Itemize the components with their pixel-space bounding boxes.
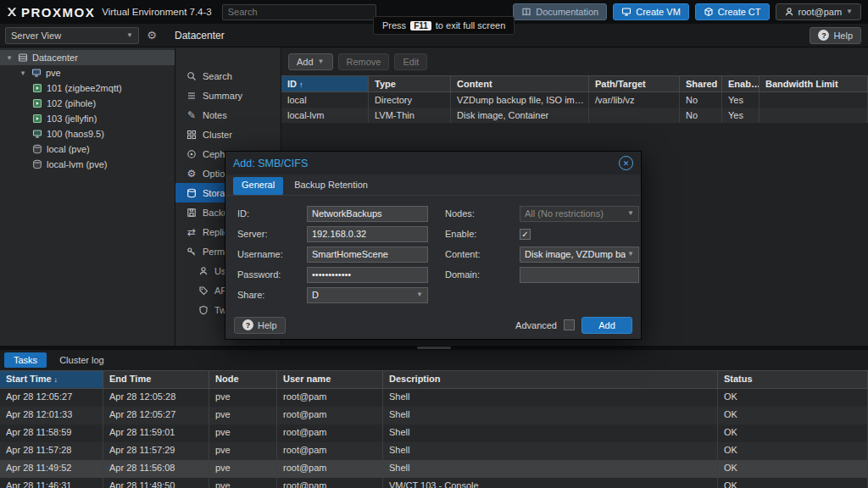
panel-splitter[interactable] [0,346,868,350]
column-header-content[interactable]: Content [451,75,589,92]
task-row[interactable]: Apr 28 11:46:31 Apr 28 11:49:50 pve root… [0,478,868,488]
share-label: Share: [237,290,307,300]
column-header-shared[interactable]: Shared [680,75,722,92]
menu-item-label: Ceph [203,149,225,159]
menu-item-cluster[interactable]: Cluster [175,125,281,144]
search-input[interactable] [222,4,376,20]
domain-field[interactable] [520,267,639,283]
create-vm-label: Create VM [636,7,681,17]
task-row[interactable]: Apr 28 12:05:27 Apr 28 12:05:28 pve root… [0,389,868,407]
tab-cluster-log[interactable]: Cluster log [50,352,114,368]
column-header-status[interactable]: Status [718,370,868,389]
tree-item-pve[interactable]: ▾ pve [0,65,175,80]
splitter-grip[interactable] [417,347,451,349]
chevron-down-icon: ▼ [416,291,423,298]
tree-item-ct-101[interactable]: 101 (zigbee2mqtt) [0,80,175,96]
help-button[interactable]: ? Help [810,27,861,44]
tab-tasks[interactable]: Tasks [4,352,47,368]
remove-button[interactable]: Remove [338,53,390,70]
column-header-path[interactable]: Path/Target [589,75,680,92]
cell-status: OK [718,478,868,488]
menu-item-summary[interactable]: Summary [175,86,281,105]
cell-status: OK [718,442,868,460]
tree-item-label: pve [46,68,61,78]
tab-general[interactable]: General [233,177,283,195]
table-row[interactable]: local-lvm LVM-Thin Disk image, Container… [281,108,868,123]
tasks-panel: Tasks Cluster log Start Time↓ End Time N… [0,350,868,488]
tree-item-vm-100[interactable]: 100 (haos9.5) [0,126,175,141]
server-label: Server: [237,229,307,239]
table-row[interactable]: local Directory VZDump backup file, ISO … [281,92,868,108]
password-field[interactable] [307,267,428,283]
column-header-end-time[interactable]: End Time [103,370,209,389]
create-ct-button[interactable]: Create CT [695,3,770,20]
dialog-header[interactable]: Add: SMB/CIFS ✕ [225,152,641,175]
brand: PROXMOX Virtual Environment 7.4-3 [7,5,212,19]
column-header-start-time[interactable]: Start Time↓ [0,370,103,389]
create-vm-button[interactable]: Create VM [613,3,689,20]
column-header-id[interactable]: ID↑ [281,75,369,92]
tree-item-ct-103[interactable]: 103 (jellyfin) [0,111,175,126]
column-header-bandwidth[interactable]: Bandwidth Limit [760,75,868,92]
advanced-checkbox[interactable] [564,319,575,330]
cell-enabled: Yes [722,92,760,108]
menu-item-notes[interactable]: ✎ Notes [175,105,281,125]
task-row[interactable]: Apr 28 11:58:59 Apr 28 11:59:01 pve root… [0,424,868,442]
task-row[interactable]: Apr 28 11:57:28 Apr 28 11:57:29 pve root… [0,442,868,460]
close-icon[interactable]: ✕ [619,156,633,170]
dialog-add-button[interactable]: Add [581,317,632,334]
task-row[interactable]: Apr 28 12:01:33 Apr 28 12:05:27 pve root… [0,407,868,424]
server-field[interactable] [307,226,428,242]
tree-item-ct-102[interactable]: 102 (pihole) [0,96,175,111]
cell-node: pve [209,389,277,407]
tab-backup-retention[interactable]: Backup Retention [286,177,376,195]
edit-button[interactable]: Edit [394,53,427,70]
cell-node: pve [209,424,277,442]
add-button[interactable]: Add ▼ [288,53,333,70]
column-header-type[interactable]: Type [369,75,451,92]
backup-icon [186,208,197,218]
enable-checkbox[interactable]: ✓ [520,229,531,240]
container-running-icon [32,83,42,93]
help-label: Help [833,30,853,41]
cell-id: local-lvm [281,108,369,123]
cell-user: root@pam [277,442,383,460]
cell-description: VM/CT 103 - Console [383,478,718,488]
cell-bandwidth [760,108,868,123]
proxmox-logo-icon [7,7,17,17]
cell-status: OK [718,424,868,442]
tree-settings-button[interactable]: ⚙ [142,27,161,44]
id-field[interactable] [307,206,428,222]
username-field[interactable] [307,247,428,263]
view-selector-value: Server View [11,30,61,41]
cell-description: Shell [383,442,718,460]
tree-item-storage-local[interactable]: local (pve) [0,141,175,157]
expand-caret-icon[interactable]: ▾ [19,69,27,77]
edit-label: Edit [403,57,419,67]
tree-item-datacenter[interactable]: ▾ Datacenter [0,50,175,65]
cell-content: VZDump backup file, ISO im… [451,92,589,108]
documentation-button[interactable]: Documentation [513,3,607,20]
view-selector[interactable]: Server View ▼ [5,27,139,44]
share-select[interactable]: D ▼ [307,287,428,303]
task-row-selected[interactable]: Apr 28 11:49:52 Apr 28 11:56:08 pve root… [0,460,868,478]
nodes-select[interactable]: All (No restrictions) ▼ [520,206,639,222]
cell-shared: No [680,92,722,108]
cell-description: Shell [383,460,718,478]
column-header-description[interactable]: Description [383,370,718,389]
tree-item-storage-local-lvm[interactable]: local-lvm (pve) [0,157,175,172]
enable-label: Enable: [445,229,520,239]
chevron-down-icon: ▼ [627,251,634,258]
column-header-user[interactable]: User name [277,370,383,389]
column-header-enabled[interactable]: Enab… [722,75,760,92]
dialog-help-button[interactable]: ? Help [234,317,286,334]
menu-item-search[interactable]: Search [175,66,281,86]
expand-caret-icon[interactable]: ▾ [5,53,14,62]
user-menu-button[interactable]: root@pam ▼ [776,3,861,20]
cell-path: /var/lib/vz [589,92,680,108]
user-label: root@pam [798,7,843,17]
column-header-node[interactable]: Node [209,370,277,389]
replication-icon: ⇄ [186,227,197,237]
cell-start: Apr 28 11:58:59 [0,424,103,442]
content-select[interactable]: Disk image, VZDump ba ▼ [520,247,639,263]
